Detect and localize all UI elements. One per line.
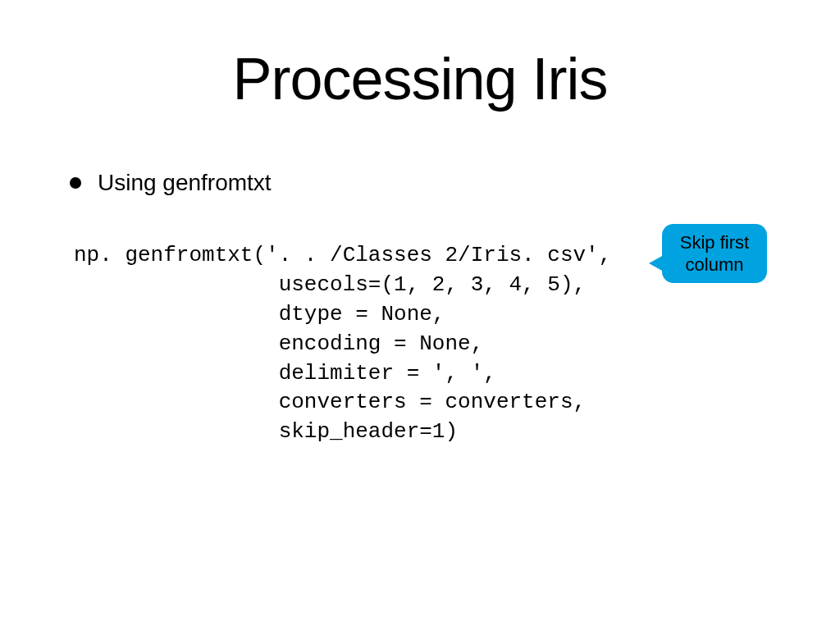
bullet-dot-icon [70, 177, 81, 189]
bullet-item: Using genfromtxt [70, 170, 840, 196]
callout-box: Skip first column [662, 224, 767, 283]
callout-line2: column [686, 254, 744, 275]
callout-line1: Skip first [680, 232, 749, 253]
callout-tail-icon [649, 255, 664, 272]
page-title: Processing Iris [0, 45, 840, 112]
bullet-text: Using genfromtxt [98, 170, 272, 196]
callout-text: Skip first column [680, 231, 749, 276]
